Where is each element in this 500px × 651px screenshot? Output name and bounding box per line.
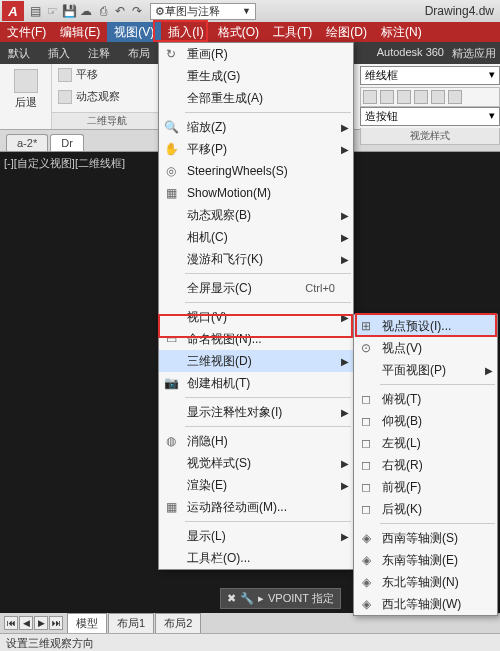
style-icon[interactable] [414, 90, 428, 104]
menu-item[interactable]: 显示(L)▶ [159, 525, 353, 547]
menu-item[interactable]: ▦ShowMotion(M) [159, 182, 353, 204]
menu-item[interactable]: ✋平移(P)▶ [159, 138, 353, 160]
ribbon-tab[interactable]: Autodesk 360 [377, 46, 444, 61]
menu-item[interactable]: ◻左视(L) [354, 432, 497, 454]
orbit-button[interactable]: 动态观察 [58, 89, 155, 104]
separator [185, 426, 351, 427]
view-menu: ↻重画(R)重生成(G)全部重生成(A)🔍缩放(Z)▶✋平移(P)▶◎Steer… [158, 42, 354, 570]
menu-item[interactable]: 📷创建相机(T) [159, 372, 353, 394]
menu-icon: ▦ [163, 499, 179, 515]
menu-item[interactable]: 视口(V)▶ [159, 306, 353, 328]
doc-tab[interactable]: Dr [50, 134, 84, 151]
menu-item[interactable]: ▭命名视图(N)... [159, 328, 353, 350]
undo-icon[interactable]: ↶ [113, 4, 127, 18]
new-icon[interactable]: ▤ [28, 4, 42, 18]
back-button[interactable]: 后退 [6, 67, 45, 112]
separator [185, 273, 351, 274]
saveas-icon[interactable]: ☁ [79, 4, 93, 18]
menu-item[interactable]: ◈西南等轴测(S) [354, 527, 497, 549]
menu-item[interactable]: ↻重画(R) [159, 43, 353, 65]
first-icon[interactable]: ⏮ [4, 616, 18, 630]
menu-item[interactable]: 三维视图(D)▶ [159, 350, 353, 372]
menu-item[interactable]: ◈西北等轴测(W) [354, 593, 497, 615]
ribbon-tab[interactable]: 注释 [84, 46, 114, 61]
menu-item[interactable]: ◻右视(R) [354, 454, 497, 476]
workspace-selector[interactable]: ⚙ 草图与注释 ▼ [150, 3, 256, 20]
menu-item[interactable]: ◻前视(F) [354, 476, 497, 498]
style-icon[interactable] [431, 90, 445, 104]
menu-icon: ◻ [358, 479, 374, 495]
ribbon-tab[interactable]: 精选应用 [452, 46, 496, 61]
ribbon-tab[interactable]: 布局 [124, 46, 154, 61]
menu-item[interactable]: ◻俯视(T) [354, 388, 497, 410]
redo-icon[interactable]: ↷ [130, 4, 144, 18]
menu-icon [163, 280, 179, 296]
next-icon[interactable]: ▶ [34, 616, 48, 630]
pan-button[interactable]: 平移 [58, 67, 155, 82]
menu-插入(I)[interactable]: 插入(I) [161, 22, 210, 42]
menu-item[interactable]: ◎SteeringWheels(S) [159, 160, 353, 182]
style-icon[interactable] [448, 90, 462, 104]
menu-icon: ◻ [358, 391, 374, 407]
menu-item[interactable]: 全屏显示(C)Ctrl+0 [159, 277, 353, 299]
menu-item[interactable]: 🔍缩放(Z)▶ [159, 116, 353, 138]
menu-item[interactable]: 重生成(G) [159, 65, 353, 87]
style-icon[interactable] [363, 90, 377, 104]
layout-tab[interactable]: 布局2 [155, 613, 201, 634]
menu-item[interactable]: ◈东北等轴测(N) [354, 571, 497, 593]
menu-item[interactable]: ◈东南等轴测(E) [354, 549, 497, 571]
submenu-arrow-icon: ▶ [341, 122, 349, 133]
ribbon-tab[interactable]: 插入 [44, 46, 74, 61]
layout-tab[interactable]: 布局1 [108, 613, 154, 634]
open-icon[interactable]: ☞ [45, 4, 59, 18]
menu-item[interactable]: ⊙视点(V) [354, 337, 497, 359]
print-icon[interactable]: ⎙ [96, 4, 110, 18]
viewport-label[interactable]: [-][自定义视图][二维线框] [4, 156, 125, 171]
3d-views-submenu: ⊞视点预设(I)...⊙视点(V)平面视图(P)▶◻俯视(T)◻仰视(B)◻左视… [353, 314, 498, 616]
menu-item[interactable]: 平面视图(P)▶ [354, 359, 497, 381]
app-logo[interactable]: A [2, 1, 24, 21]
menu-label: 重生成(G) [187, 68, 240, 85]
menu-视图(V)[interactable]: 视图(V) [107, 22, 161, 42]
ribbon-tab[interactable]: 默认 [4, 46, 34, 61]
prev-icon[interactable]: ◀ [19, 616, 33, 630]
menu-工具(T)[interactable]: 工具(T) [266, 22, 319, 42]
menu-item[interactable]: 显示注释性对象(I)▶ [159, 401, 353, 423]
menu-item[interactable]: 渲染(E)▶ [159, 474, 353, 496]
menu-label: 平面视图(P) [382, 362, 446, 379]
menu-icon: ↻ [163, 46, 179, 62]
menu-item[interactable]: 视觉样式(S)▶ [159, 452, 353, 474]
menu-label: 东北等轴测(N) [382, 574, 459, 591]
save-icon[interactable]: 💾 [62, 4, 76, 18]
menu-item[interactable]: ▦运动路径动画(M)... [159, 496, 353, 518]
menu-绘图(D)[interactable]: 绘图(D) [319, 22, 374, 42]
menu-item[interactable]: ◻后视(K) [354, 498, 497, 520]
layout-tab[interactable]: 模型 [67, 613, 107, 634]
menu-文件(F)[interactable]: 文件(F) [0, 22, 53, 42]
menu-item[interactable]: 工具栏(O)... [159, 547, 353, 569]
menu-item[interactable]: 漫游和飞行(K)▶ [159, 248, 353, 270]
style-icon[interactable] [380, 90, 394, 104]
menu-item[interactable]: 相机(C)▶ [159, 226, 353, 248]
menu-item[interactable]: 动态观察(B)▶ [159, 204, 353, 226]
doc-tab[interactable]: a-2* [6, 134, 48, 151]
menu-标注(N)[interactable]: 标注(N) [374, 22, 429, 42]
menu-格式(O)[interactable]: 格式(O) [211, 22, 266, 42]
visual-style-select[interactable]: 维线框▾ [360, 66, 500, 85]
chevron-icon: ▸ [258, 592, 264, 605]
last-icon[interactable]: ⏭ [49, 616, 63, 630]
menu-label: 视口(V) [187, 309, 227, 326]
submenu-arrow-icon: ▶ [341, 312, 349, 323]
menu-item[interactable]: ◍消隐(H) [159, 430, 353, 452]
separator [380, 384, 495, 385]
submenu-arrow-icon: ▶ [341, 356, 349, 367]
style-icon[interactable] [397, 90, 411, 104]
menu-item[interactable]: ◻仰视(B) [354, 410, 497, 432]
menu-item[interactable]: 全部重生成(A) [159, 87, 353, 109]
render-select[interactable]: 造按钮▾ [360, 107, 500, 126]
menu-label: 平移(P) [187, 141, 227, 158]
command-input[interactable]: ✖ 🔧 ▸ VPOINT 指定 [220, 588, 341, 609]
menu-item[interactable]: ⊞视点预设(I)... [354, 315, 497, 337]
menu-编辑(E)[interactable]: 编辑(E) [53, 22, 107, 42]
hand-icon [58, 68, 72, 82]
